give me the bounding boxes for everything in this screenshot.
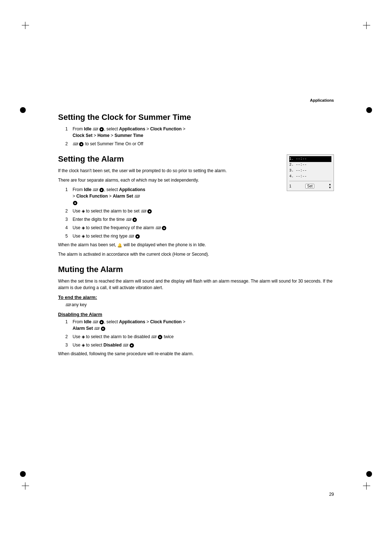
okbtn-d1b: ●	[101, 327, 105, 331]
alarm-row-2: 2. --:--	[289, 162, 331, 168]
alarm-row-3: 3. --:--	[289, 168, 331, 174]
reg-mark-br	[363, 482, 370, 490]
end-alarm-title: To end the alarm:	[58, 295, 334, 300]
alarm-steps: 1 From Idle ⌨ ●, select Applications > C…	[65, 186, 281, 239]
alarm-step-3: 3 Enter the digits for the time ⌨ ●	[65, 216, 281, 223]
reg-mark-tr	[363, 22, 370, 29]
softkey-a1: ⌨	[93, 188, 98, 192]
alarm-screen-bottom: 1 Set ▲ ▼	[289, 181, 331, 189]
disable-alarm-steps: 1 From Idle ⌨ ●, select Applications > C…	[65, 319, 334, 348]
okbtn-a1: ●	[99, 188, 104, 192]
alarm-step-content-5: Use ◈ to select the ring type ⌨ ●	[73, 233, 281, 239]
softkey-end: ⌨	[65, 303, 70, 307]
disable-step-1: 1 From Idle ⌨ ●, select Applications > C…	[65, 319, 334, 332]
alarm-set-btn: Set	[305, 184, 314, 189]
step-content-2: ⌨ ● to set Summer Time On or Off	[73, 141, 334, 147]
softkey-d2: ⌨	[151, 335, 156, 339]
softkey-a3: ⌨	[126, 218, 131, 222]
disable-alarm-title: Disabling the Alarm	[58, 312, 334, 317]
alarm-step-4: 4 Use ◈ to select the frequency of the a…	[65, 224, 281, 231]
okbtn-a5: ●	[135, 234, 140, 239]
softkey-a2: ⌨	[141, 209, 146, 213]
disable-step-3: 3 Use ◈ to select Disabled ⌨ ●	[65, 342, 334, 348]
reg-mark-tl	[22, 22, 29, 29]
step-num-2: 2	[65, 141, 73, 147]
corner-dot-tr	[366, 107, 372, 113]
step-content-1: From Idle ⌨ ●, select Applications > Clo…	[73, 126, 334, 139]
alarm-step-num-4: 4	[65, 224, 73, 231]
disable-step-content-3: Use ◈ to select Disabled ⌨ ●	[73, 342, 334, 348]
okbtn-d1: ●	[99, 320, 104, 324]
okbtn-a2: ●	[147, 209, 152, 214]
disable-step-num-3: 3	[65, 342, 73, 348]
arrow-up: ▲	[328, 183, 331, 186]
step-num-1: 1	[65, 126, 73, 139]
alarm-row-4: 4. --:--	[289, 174, 331, 179]
disable-alarm-subsection: Disabling the Alarm 1 From Idle ⌨ ●, sel…	[58, 312, 334, 357]
page-number: 29	[329, 492, 334, 497]
okbtn-a4: ●	[162, 226, 166, 230]
summer-time-step-2: 2 ⌨ ● to set Summer Time On or Off	[65, 141, 334, 147]
okbtn-d2: ●	[158, 335, 162, 339]
reg-mark-bl	[22, 482, 29, 490]
muting-intro: When the set time is reached the alarm w…	[58, 278, 334, 291]
corner-dot-br	[366, 471, 372, 477]
softkey-d1b: ⌨	[94, 327, 99, 331]
page-content: Applications Setting the Clock for Summe…	[58, 98, 334, 482]
summer-time-step-1: 1 From Idle ⌨ ●, select Applications > C…	[65, 126, 334, 139]
softkey-d1: ⌨	[93, 320, 98, 324]
okbtn-a3: ●	[132, 218, 137, 222]
disable-step-content-2: Use ◈ to select the alarm to be disabled…	[73, 333, 334, 340]
end-alarm-text: ⌨ any key	[65, 301, 334, 308]
alarm-step-2: 2 Use ◈ to select the alarm to be set ⌨ …	[65, 208, 281, 214]
bell-icon: 🔔	[117, 242, 122, 248]
alarm-section-content: If the clock hasn't been set, the user w…	[58, 167, 281, 239]
disable-note: When disabled, following the same proced…	[58, 351, 334, 357]
alarm-step-content-1: From Idle ⌨ ●, select Applications > Clo…	[73, 186, 281, 206]
alarm-notes: When the alarm has been set, 🔔 will be d…	[58, 242, 334, 258]
softkey-icon-2: ⌨	[73, 142, 78, 146]
disable-step-num-1: 1	[65, 319, 73, 332]
okbtn-a1b: ●	[73, 201, 77, 205]
alarm-step-1: 1 From Idle ⌨ ●, select Applications > C…	[65, 186, 281, 206]
alarm-step-num-5: 5	[65, 233, 73, 239]
section-muting-title: Muting the Alarm	[58, 265, 334, 274]
summer-time-steps: 1 From Idle ⌨ ●, select Applications > C…	[65, 126, 334, 147]
section-muting: Muting the Alarm When the set time is re…	[58, 265, 334, 357]
disable-step-2: 2 Use ◈ to select the alarm to be disabl…	[65, 333, 334, 340]
alarm-row-2-text: 2. --:--	[289, 162, 307, 168]
page-header: Applications	[58, 98, 334, 104]
alarm-step-num-1: 1	[65, 186, 73, 206]
softkey-d3: ⌨	[123, 343, 128, 347]
alarm-row-3-text: 3. --:--	[289, 168, 307, 174]
softkey-icon-1: ⌨	[93, 127, 98, 131]
alarm-note-2: The alarm is activated in accordance wit…	[58, 251, 334, 258]
ok-btn-icon-2: ●	[79, 142, 83, 146]
softkey-a1b: ⌨	[134, 194, 139, 198]
ok-btn-icon-1: ●	[99, 127, 104, 131]
alarm-bottom-num: 1	[289, 184, 291, 188]
disable-step-content-1: From Idle ⌨ ●, select Applications > Clo…	[73, 319, 334, 332]
disable-step-num-2: 2	[65, 333, 73, 340]
alarm-step-content-2: Use ◈ to select the alarm to be set ⌨ ●	[73, 208, 281, 214]
alarm-row-1-text: 1. --:--	[289, 156, 307, 162]
corner-dot-bl	[20, 471, 26, 477]
alarm-row-1: 1. --:--	[289, 156, 331, 162]
alarm-step-5: 5 Use ◈ to select the ring type ⌨ ●	[65, 233, 281, 239]
end-alarm-subsection: To end the alarm: ⌨ any key	[58, 295, 334, 308]
alarm-intro-1: If the clock hasn't been set, the user w…	[58, 167, 281, 174]
header-label: Applications	[310, 98, 334, 102]
alarm-step-num-2: 2	[65, 208, 73, 214]
alarm-screen-image: 1. --:-- 2. --:-- 3. --:-- 4. --:-- 1 Se…	[287, 154, 334, 191]
section-alarm: Setting the Alarm 1. --:-- 2. --:-- 3. -…	[58, 154, 334, 258]
softkey-a5: ⌨	[128, 234, 134, 238]
arrow-down: ▼	[328, 186, 331, 189]
alarm-step-content-3: Enter the digits for the time ⌨ ●	[73, 216, 281, 223]
okbtn-d3: ●	[130, 343, 134, 348]
alarm-step-num-3: 3	[65, 216, 73, 223]
corner-dot-tl	[20, 107, 26, 113]
section-summer-time-title: Setting the Clock for Summer Time	[58, 113, 334, 122]
alarm-intro-2: There are four separate alarms, each of …	[58, 177, 281, 183]
page-container: Applications Setting the Clock for Summe…	[0, 0, 392, 555]
alarm-note-1: When the alarm has been set, 🔔 will be d…	[58, 242, 334, 248]
